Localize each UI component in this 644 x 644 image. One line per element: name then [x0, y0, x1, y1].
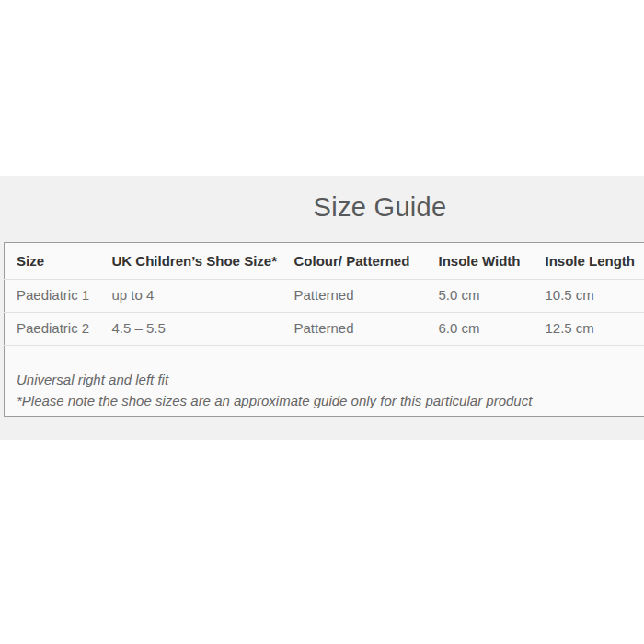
note-approximate-guide: *Please note the shoe sizes are an appro…	[17, 390, 644, 411]
size-guide-title: Size Guide	[0, 189, 644, 225]
cell-size: Paediatric 2	[5, 313, 100, 346]
cell-insole-width: 5.0 cm	[427, 280, 534, 313]
spacer-row	[5, 346, 644, 362]
column-header-insole-length: Insole Length	[534, 243, 644, 280]
table-row-paediatric-2: Paediatric 2 4.5 – 5.5 Patterned 6.0 cm …	[5, 313, 644, 346]
cell-uk-shoe-size: up to 4	[100, 280, 282, 313]
cell-colour-patterned: Patterned	[282, 313, 427, 346]
size-guide-table: Size UK Children’s Shoe Size* Colour/ Pa…	[4, 242, 644, 417]
cell-insole-length: 10.5 cm	[534, 280, 644, 313]
size-guide-container: Size Guide Size UK Children’s Shoe Size*…	[0, 189, 644, 417]
column-header-colour-patterned: Colour/ Patterned	[282, 243, 427, 280]
page: Size Guide Size UK Children’s Shoe Size*…	[0, 0, 644, 644]
table-header-row: Size UK Children’s Shoe Size* Colour/ Pa…	[5, 243, 644, 280]
note-universal-fit: Universal right and left fit	[17, 369, 644, 390]
size-guide-section: Size Guide Size UK Children’s Shoe Size*…	[0, 176, 644, 440]
column-header-insole-width: Insole Width	[427, 243, 534, 280]
cell-uk-shoe-size: 4.5 – 5.5	[100, 313, 282, 346]
table-notes-cell: Universal right and left fit *Please not…	[5, 362, 644, 417]
cell-size: Paediatric 1	[5, 280, 100, 313]
cell-insole-width: 6.0 cm	[427, 313, 534, 346]
table-row-paediatric-1: Paediatric 1 up to 4 Patterned 5.0 cm 10…	[5, 280, 644, 313]
spacer-cell	[5, 346, 644, 362]
column-header-size: Size	[5, 243, 100, 280]
column-header-uk-shoe-size: UK Children’s Shoe Size*	[100, 243, 282, 280]
cell-insole-length: 12.5 cm	[534, 313, 644, 346]
cell-colour-patterned: Patterned	[282, 280, 427, 313]
table-notes-row: Universal right and left fit *Please not…	[5, 362, 644, 417]
